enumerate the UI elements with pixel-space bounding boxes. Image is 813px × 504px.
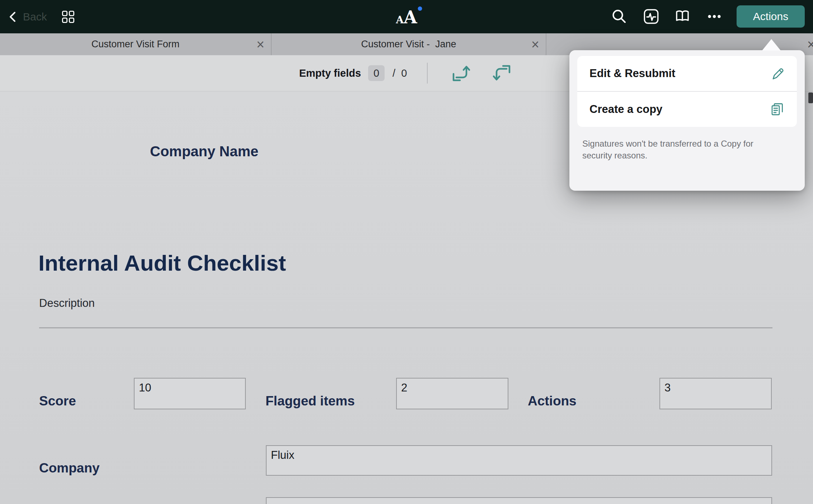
- company-label: Company: [39, 461, 100, 476]
- back-button[interactable]: Back: [8, 0, 47, 33]
- tab-close-icon[interactable]: ×: [807, 38, 813, 51]
- back-chevron-icon: [8, 11, 17, 23]
- tab-customer-visit-form[interactable]: Customer Visit Form ×: [0, 33, 272, 55]
- activity-button[interactable]: [643, 8, 660, 25]
- popover-menu-group: Edit & Resubmit Create a copy: [577, 56, 797, 127]
- tab-customer-visit-jane[interactable]: Customer Visit - Jane ×: [272, 33, 546, 55]
- search-button[interactable]: [611, 8, 628, 25]
- actions-count-field[interactable]: 3: [659, 378, 772, 409]
- flagged-items-field[interactable]: 2: [396, 378, 508, 409]
- company-field[interactable]: Fluix: [266, 445, 772, 476]
- menu-item-create-copy[interactable]: Create a copy: [577, 92, 797, 127]
- actions-popover: Edit & Resubmit Create a copy: [569, 50, 805, 191]
- app-logo: AA: [396, 0, 417, 33]
- copy-icon: [770, 102, 785, 117]
- previous-empty-field-button[interactable]: [449, 62, 472, 85]
- menu-item-label: Edit & Resubmit: [589, 67, 675, 80]
- empty-fields-count: 0: [368, 65, 385, 81]
- more-button[interactable]: [706, 8, 723, 25]
- actions-button[interactable]: Actions: [737, 5, 805, 28]
- top-bar: Back AA: [0, 0, 813, 33]
- description-label: Description: [39, 297, 95, 310]
- app-screen: Back AA: [0, 0, 813, 504]
- tab-close-icon[interactable]: ×: [257, 38, 264, 51]
- tab-label: Customer Visit Form: [91, 39, 180, 50]
- next-empty-field-button[interactable]: [491, 62, 514, 85]
- count-separator: /: [393, 67, 395, 79]
- toolbar-divider: [427, 63, 428, 84]
- search-icon: [611, 8, 628, 25]
- back-label: Back: [23, 11, 47, 23]
- divider-line: [39, 327, 772, 328]
- pencil-icon: [770, 66, 785, 81]
- actions-button-label: Actions: [753, 10, 788, 23]
- activity-icon: [643, 8, 660, 25]
- flagged-items-label: Flagged items: [265, 394, 355, 409]
- book-icon: [674, 8, 691, 25]
- empty-fields-total: 0: [401, 67, 407, 79]
- jump-next-icon: [491, 62, 514, 85]
- tab-label: Customer Visit - Jane: [361, 39, 456, 50]
- grid-view-button[interactable]: [61, 10, 75, 24]
- notification-dot: [418, 6, 422, 11]
- actions-count-label: Actions: [528, 394, 577, 409]
- score-label: Score: [39, 394, 76, 409]
- menu-item-label: Create a copy: [589, 103, 662, 116]
- next-form-field[interactable]: [266, 497, 772, 504]
- popover-arrow: [762, 39, 781, 51]
- jump-previous-icon: [449, 62, 472, 85]
- empty-fields-label: Empty fields: [299, 67, 361, 79]
- tab-close-icon[interactable]: ×: [531, 38, 539, 51]
- grid-icon: [61, 10, 75, 24]
- scrollbar-thumb[interactable]: [808, 92, 813, 103]
- company-name-heading: Company Name: [150, 143, 258, 160]
- logo-small-letter: A: [396, 15, 404, 25]
- document-title: Internal Audit Checklist: [38, 250, 286, 276]
- score-field[interactable]: 10: [134, 378, 246, 409]
- ellipsis-icon: [706, 8, 723, 25]
- logo-large-letter: A: [404, 9, 417, 26]
- menu-item-edit-resubmit[interactable]: Edit & Resubmit: [577, 56, 797, 91]
- popover-note: Signatures won't be transferred to a Cop…: [582, 138, 769, 161]
- library-button[interactable]: [674, 8, 691, 25]
